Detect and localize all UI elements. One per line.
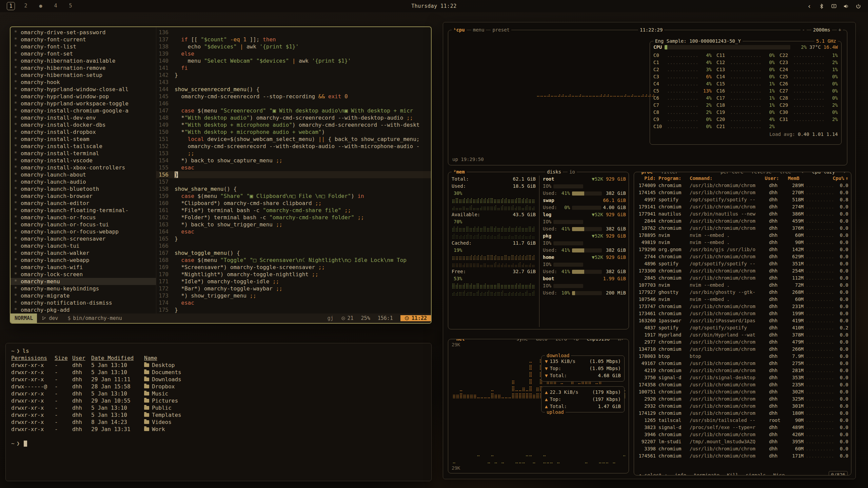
process-row[interactable]: 173461chromium/usr/lib/chromium/chromdhh… [637,310,848,317]
volume-icon[interactable] [843,3,849,9]
process-row[interactable]: 1917Hyprland/usr/bin/Hyprland --watdhh37… [637,331,848,339]
sidebar-file-item[interactable]: *omarchy-migrate [11,292,156,299]
iface-prev[interactable]: ‹b [571,339,580,343]
process-row[interactable]: 134710chromium/usr/lib/chromium/chromdhh… [637,346,848,353]
mem-box-label[interactable]: ²mem [452,168,467,176]
process-row[interactable]: 173747chromium/usr/lib/chromium/chromdhh… [637,303,848,310]
sidebar-file-item[interactable]: *omarchy-hibernation-remove [11,64,156,72]
process-row[interactable]: 2844chromium/usr/lib/chromium/chromdhh45… [637,218,848,225]
proc-footer-signals[interactable]: signals [744,472,768,475]
code-line[interactable]: 140 menu "Select Webcam" "$devices" | aw… [156,57,431,64]
sidebar-file-item[interactable]: *omarchy-launch-floating-terminal- [11,207,156,214]
bluetooth-icon[interactable] [818,3,825,9]
filter-button[interactable]: filter [659,172,680,176]
sidebar-file-item[interactable]: *omarchy-hibernation-available [11,57,156,64]
code-line[interactable]: 148 *"With desktop audio") omarchy-cmd-s… [156,114,431,121]
process-row[interactable]: 2932chromium/usr/lib/chromium/chromdhh30… [637,403,848,410]
sort-prev[interactable]: ‹ [800,172,806,176]
directory-entry[interactable]: Videos [144,419,172,426]
sidebar-file-item[interactable]: *omarchy-drive-set-password [11,29,156,36]
process-row[interactable]: 174561chromium/usr/lib/chromium/chromdhh… [637,452,848,460]
sidebar-file-item[interactable]: *omarchy-hyprland-workspace-toggle [11,100,156,107]
directory-entry[interactable]: Documents [144,369,181,376]
proc-option-tree[interactable]: tree [778,172,793,176]
code-line[interactable]: 165} [156,235,431,242]
workspace-indicator-3[interactable]: ● [37,2,45,10]
code-line[interactable]: 156} [156,171,431,178]
process-row[interactable]: 1265tailscal/usr/sbin/tailscaled --root9… [637,417,848,424]
process-row[interactable]: 92207lm-studi/tmp/.mount_lmstudw3AZQdhh3… [637,438,848,445]
code-line[interactable]: 169 *Screensaver*) omarchy-toggle-screen… [156,264,431,271]
interval-increase[interactable]: + [837,26,843,34]
sidebar-file-item[interactable]: *omarchy-hibernation-setup [11,72,156,79]
workspace-indicator-4[interactable]: 4 [52,2,60,10]
sort-direction-icon[interactable]: ↑ [846,175,848,182]
preset-button[interactable]: preset [491,26,511,34]
code-line[interactable]: 173 *) show_trigger_menu ;; [156,292,431,299]
sidebar-file-item[interactable]: *omarchy-launch-browser [11,192,156,200]
code-line[interactable]: 142} [156,72,431,79]
proc-footer-kill[interactable]: Kill [725,472,741,475]
process-row[interactable]: 173300chromium/usr/lib/chromium/chromdhh… [637,267,848,274]
directory-entry[interactable]: Music [144,390,168,397]
power-icon[interactable] [855,3,861,9]
sidebar-file-item[interactable]: *omarchy-install-vscode [11,157,156,164]
code-line[interactable]: 157 [156,178,431,185]
code-line[interactable]: 168 case $(menu "Toggle" "□ Screensaver\… [156,257,431,264]
process-row[interactable]: 3398chromium/usr/lib/chromium/chromdhh60… [637,445,848,452]
directory-entry[interactable]: Work [144,426,165,433]
code-line[interactable]: 160 *Clipboard*) omarchy-cmd-share clipb… [156,200,431,207]
code-line[interactable]: 163 *) back_to show_trigger_menu ;; [156,221,431,228]
net-tab-zero[interactable]: zero [554,339,569,343]
sidebar-file-item[interactable]: *omarchy-lock-screen [11,271,156,278]
sidebar-file-item[interactable]: *omarchy-launch-or-focus-tui [11,221,156,228]
process-row[interactable]: 177941nautilus/usr/bin/nautilus --newdhh… [637,210,848,218]
proc-footer-nice[interactable]: Nice [771,472,787,475]
sidebar-file-item[interactable]: *omarchy-launch-or-focus-webapp [11,228,156,235]
sidebar-file-item[interactable]: *omarchy-hyprland-window-close-all [11,86,156,93]
sidebar-file-item[interactable]: *omarchy-launch-audio [11,178,156,185]
code-line[interactable]: 145 omarchy-cmd-screenrecord --stop-reco… [156,93,431,100]
process-row[interactable]: 4997spotify/opt/spotify/spotify --dhh518… [637,196,848,203]
code-line[interactable]: 164 esac [156,228,431,235]
sidebar-file-item[interactable]: *omarchy-launch-webapp [11,257,156,264]
process-row[interactable]: 174145chromium/usr/lib/chromium/chromdhh… [637,189,848,196]
code-line[interactable]: 151 local device=$(show_webcam_select_me… [156,136,431,143]
sidebar-file-item[interactable]: *omarchy-launch-screensaver [11,235,156,242]
code-line[interactable]: 167show_toggle_menu() { [156,249,431,257]
code-line[interactable]: 172 *Bar*) omarchy-toggle-waybar ;; [156,285,431,292]
process-row[interactable]: 49167chromium/usr/lib/chromium/chromdhh2… [637,360,848,367]
code-line[interactable]: 137 if [[ "$count" -eq 1 ]]; then [156,36,431,43]
shell-prompt-line[interactable]: ~ ❯ [11,440,426,447]
workspace-indicator-2[interactable]: 2 [22,2,30,10]
process-row[interactable]: 174129chromium/usr/lib/chromium/chromdhh… [637,410,848,417]
chevron-left-icon[interactable]: ‹ [806,3,812,9]
net-tab-sync[interactable]: sync [515,339,530,343]
process-row[interactable]: 4896spotify/opt/spotify/spotify --dhh351… [637,260,848,267]
code-pane[interactable]: 136137 if [[ "$count" -eq 1 ]]; then138 … [156,27,431,313]
process-row[interactable]: 49819nvimnvim --embed .dhh90M...........… [637,239,848,246]
process-row[interactable]: 179141chromium/usr/lib/chromium/chromdhh… [637,203,848,210]
sidebar-file-item[interactable]: *omarchy-hook [11,79,156,86]
process-row[interactable]: 174009chromium/usr/lib/chromium/chromdhh… [637,182,848,189]
process-row[interactable]: 10762chromium/usr/lib/chromium/chromdhh3… [637,225,848,232]
proc-option-per-core[interactable]: per-core [719,172,745,176]
sidebar-file-item[interactable]: *omarchy-install-docker-dbs [11,121,156,128]
git-branch[interactable]: dev [37,313,63,323]
sidebar-file-item[interactable]: *omarchy-install-chromium-google-a [11,107,156,114]
sidebar-file-item[interactable]: *omarchy-launch-tui [11,242,156,249]
directory-entry[interactable]: Dropbox [144,383,175,390]
code-line[interactable]: 152 omarchy-cmd-screenrecord --with-desk… [156,143,431,150]
io-tab[interactable]: io [568,168,577,176]
workspace-indicator-5[interactable]: 5 [66,2,75,10]
sidebar-file-item[interactable]: *omarchy-install-dev-env [11,114,156,121]
process-row[interactable]: 179290org.gnom/usr/bin/gjs /usr/lib/odhh… [637,246,848,253]
code-line[interactable]: 171 *Idle*) omarchy-toggle-idle ;; [156,278,431,285]
sidebar-file-item[interactable]: *omarchy-pkg-add [11,306,156,313]
process-row[interactable]: 3750signal-d/usr/lib/signal-desktopdhh35… [637,374,848,381]
process-row[interactable]: 2845chromium/usr/lib/chromium/chromdhh11… [637,274,848,282]
code-line[interactable]: 155 esac [156,164,431,171]
directory-entry[interactable]: Public [144,404,172,411]
sidebar-file-item[interactable]: *omarchy-hyprland-window-pop [11,93,156,100]
code-line[interactable]: 174 esac [156,299,431,306]
